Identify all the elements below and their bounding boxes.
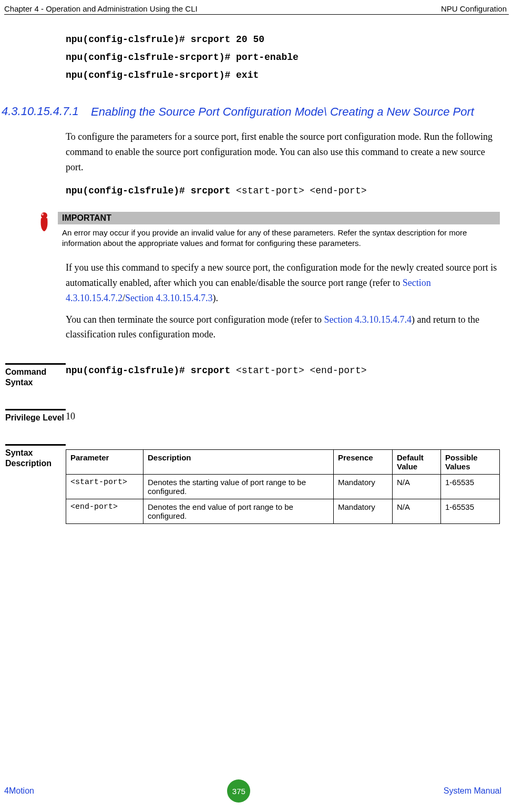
cmd1-prefix: npu(config-clsfrule)# srcport (66, 186, 236, 196)
link-section-4-3-10-15-4-7-3[interactable]: Section 4.3.10.15.4.7.3 (125, 293, 213, 303)
command-syntax-label-col: Command Syntax (5, 363, 66, 388)
command-syntax-label: Command Syntax (5, 367, 66, 388)
important-body-text: An error may occur if you provide an inv… (58, 224, 500, 250)
paragraph-2: If you use this command to specify a new… (66, 260, 500, 305)
privilege-level-value: 10 (66, 409, 500, 423)
command-syntax-value: npu(config-clsfrule)# srcport <start-por… (66, 363, 500, 388)
cell-description: Denotes the starting value of port range… (143, 475, 334, 499)
cell-default: N/A (393, 475, 441, 499)
cmd-syntax-args: <start-port> <end-port> (236, 365, 366, 376)
important-box: IMPORTANT An error may occur if you prov… (58, 212, 500, 250)
col-description: Description (143, 450, 334, 475)
privilege-level-label: Privilege Level (5, 413, 66, 423)
footer-left: 4Motion (4, 786, 34, 796)
col-presence: Presence (334, 450, 393, 475)
syntax-table: Parameter Description Presence Default V… (66, 449, 500, 524)
col-parameter: Parameter (66, 450, 143, 475)
syntax-description-content: Parameter Description Presence Default V… (66, 444, 500, 524)
syntax-description-block: Syntax Description Parameter Description… (66, 444, 500, 524)
cell-default: N/A (393, 499, 441, 524)
section-title: Enabling the Source Port Configuration M… (91, 105, 500, 119)
section-heading: 4.3.10.15.4.7.1 Enabling the Source Port… (66, 105, 500, 119)
link-section-4-3-10-15-4-7-4[interactable]: Section 4.3.10.15.4.7.4 (324, 314, 412, 325)
col-default: Default Value (393, 450, 441, 475)
cell-description: Denotes the end value of port range to b… (143, 499, 334, 524)
intro-cmd-2: npu(config-clsfrule-srcport)# port-enabl… (66, 48, 500, 66)
syntax-description-label-col: Syntax Description (5, 444, 66, 524)
table-row: <start-port> Denotes the starting value … (66, 475, 500, 499)
para2-end: ). (213, 293, 219, 303)
footer-right: System Manual (444, 786, 501, 796)
table-row: <end-port> Denotes the end value of port… (66, 499, 500, 524)
cell-presence: Mandatory (334, 499, 393, 524)
section-number: 4.3.10.15.4.7.1 (2, 105, 91, 118)
page-number-badge: 375 (227, 779, 250, 803)
cmd-syntax-prefix: npu(config-clsfrule)# srcport (66, 365, 236, 376)
col-possible: Possible Values (441, 450, 500, 475)
svg-point-1 (42, 213, 44, 215)
privilege-level-block: Privilege Level 10 (66, 409, 500, 423)
important-heading: IMPORTANT (58, 212, 500, 224)
cmd1-args: <start-port> <end-port> (236, 186, 366, 196)
cell-parameter: <start-port> (66, 475, 143, 499)
content-body: npu(config-clsfrule)# srcport 20 50 npu(… (0, 30, 513, 524)
intro-cmd-3: npu(config-clsfrule-srcport)# exit (66, 66, 500, 84)
header-left: Chapter 4 - Operation and Administration… (4, 4, 198, 13)
cell-possible: 1-65535 (441, 475, 500, 499)
table-header-row: Parameter Description Presence Default V… (66, 450, 500, 475)
privilege-level-label-col: Privilege Level (5, 409, 66, 423)
page-header: Chapter 4 - Operation and Administration… (0, 0, 513, 14)
header-rule (4, 14, 509, 15)
page-footer: 4Motion 375 System Manual (0, 779, 513, 803)
header-right: NPU Configuration (441, 4, 507, 13)
intro-cmd-1: npu(config-clsfrule)# srcport 20 50 (66, 30, 500, 48)
paragraph-3: You can then terminate the source port c… (66, 312, 500, 343)
para3-text-a: You can then terminate the source port c… (66, 314, 324, 325)
syntax-description-label: Syntax Description (5, 448, 66, 469)
cell-possible: 1-65535 (441, 499, 500, 524)
page: Chapter 4 - Operation and Administration… (0, 0, 513, 812)
important-callout: IMPORTANT An error may occur if you prov… (37, 212, 500, 250)
command-syntax-block: Command Syntax npu(config-clsfrule)# src… (66, 363, 500, 388)
intro-command-block: npu(config-clsfrule)# srcport 20 50 npu(… (66, 30, 500, 85)
paragraph-intro: To configure the parameters for a source… (66, 129, 500, 174)
important-icon (37, 212, 58, 250)
cell-parameter: <end-port> (66, 499, 143, 524)
command-example-1: npu(config-clsfrule)# srcport <start-por… (66, 182, 500, 200)
para2-text-a: If you use this command to specify a new… (66, 262, 497, 288)
svg-point-0 (41, 212, 47, 219)
cell-presence: Mandatory (334, 475, 393, 499)
